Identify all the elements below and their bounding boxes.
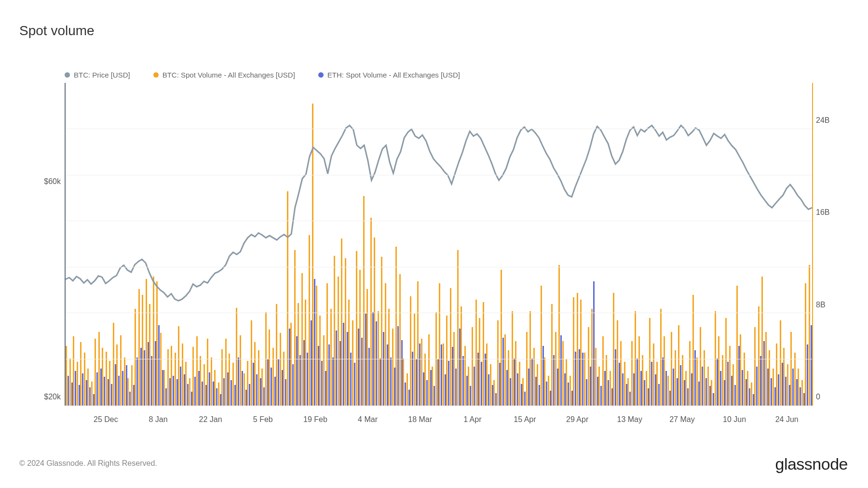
gridline [66, 129, 812, 129]
x-axis-labels: 25 Dec8 Jan22 Jan5 Feb19 Feb4 Mar18 Mar1… [65, 410, 813, 430]
chart-area: $20k$60k08B16B24B 25 Dec8 Jan22 Jan5 Feb… [19, 83, 849, 430]
x-tick: 1 Apr [463, 415, 481, 424]
line-layer [66, 83, 812, 406]
legend-dot-icon [153, 72, 159, 78]
x-tick: 27 May [669, 415, 694, 424]
legend-dot-icon [65, 72, 70, 78]
legend-dot-icon [318, 72, 324, 78]
x-tick: 18 Mar [408, 415, 432, 424]
x-tick: 8 Jan [149, 415, 167, 424]
legend-label: BTC: Spot Volume - All Exchanges [USD] [163, 71, 295, 79]
brand-logo: glassnode [775, 455, 848, 474]
x-tick: 22 Jan [199, 415, 222, 424]
x-tick: 19 Feb [303, 415, 327, 424]
copyright-text: © 2024 Glassnode. All Rights Reserved. [19, 459, 157, 468]
legend: BTC: Price [USD]BTC: Spot Volume - All E… [65, 71, 460, 79]
x-tick: 29 Apr [566, 415, 588, 424]
x-tick: 13 May [617, 415, 642, 424]
gridline [66, 313, 812, 313]
y-left-tick: $60k [32, 177, 61, 186]
legend-item: BTC: Price [USD] [65, 71, 130, 79]
gridline [66, 267, 812, 267]
chart-title: Spot volume [19, 23, 95, 39]
gridline [66, 221, 812, 221]
x-tick: 24 Jun [775, 415, 799, 424]
legend-label: ETH: Spot Volume - All Exchanges [USD] [327, 71, 460, 79]
x-tick: 25 Dec [94, 415, 118, 424]
y-left-tick: $20k [32, 393, 61, 401]
y-right-tick: 8B [816, 301, 842, 309]
plot-area: $20k$60k08B16B24B [65, 83, 813, 406]
y-right-tick: 16B [816, 208, 842, 217]
x-tick: 15 Apr [514, 415, 536, 424]
legend-item: BTC: Spot Volume - All Exchanges [USD] [153, 71, 295, 79]
gridline [66, 359, 812, 359]
gridline [66, 175, 812, 175]
legend-label: BTC: Price [USD] [74, 71, 130, 79]
x-tick: 4 Mar [358, 415, 378, 424]
y-right-tick: 0 [816, 393, 842, 401]
x-tick: 10 Jun [723, 415, 746, 424]
y-right-tick: 24B [816, 116, 842, 125]
x-tick: 5 Feb [253, 415, 273, 424]
legend-item: ETH: Spot Volume - All Exchanges [USD] [318, 71, 460, 79]
btc-price-line [66, 125, 812, 301]
